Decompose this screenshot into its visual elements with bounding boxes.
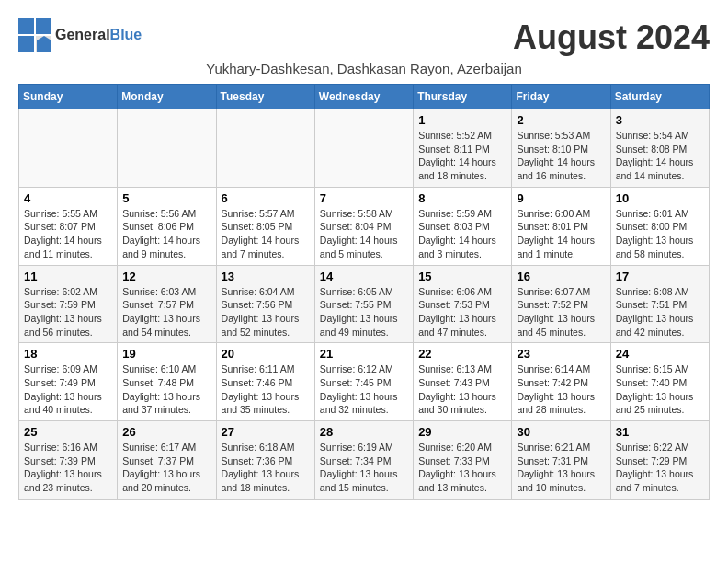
day-info: Sunrise: 6:17 AM Sunset: 7:37 PM Dayligh…: [122, 441, 210, 495]
day-number: 13: [222, 270, 310, 283]
day-number: 3: [616, 113, 704, 127]
day-number: 15: [418, 270, 506, 283]
day-info: Sunrise: 6:10 AM Sunset: 7:48 PM Dayligh…: [122, 362, 210, 417]
day-number: 28: [320, 425, 408, 439]
day-info: Sunrise: 5:54 AM Sunset: 8:08 PM Dayligh…: [616, 129, 704, 183]
day-number: 1: [418, 113, 506, 127]
day-info: Sunrise: 5:56 AM Sunset: 8:06 PM Dayligh…: [122, 207, 210, 261]
day-number: 27: [222, 425, 310, 439]
calendar-table: Sunday Monday Tuesday Wednesday Thursday…: [18, 84, 710, 500]
day-info: Sunrise: 6:06 AM Sunset: 7:53 PM Dayligh…: [418, 285, 506, 339]
day-info: Sunrise: 6:21 AM Sunset: 7:31 PM Dayligh…: [517, 441, 605, 495]
svg-rect-1: [36, 18, 51, 34]
day-info: Sunrise: 6:11 AM Sunset: 7:46 PM Dayligh…: [222, 362, 310, 417]
calendar-cell-3-0: 18Sunrise: 6:09 AM Sunset: 7:49 PM Dayli…: [19, 343, 118, 421]
calendar-cell-4-3: 28Sunrise: 6:19 AM Sunset: 7:34 PM Dayli…: [314, 421, 413, 500]
day-number: 12: [122, 270, 210, 283]
day-number: 24: [616, 347, 704, 361]
calendar-cell-0-6: 3Sunrise: 5:54 AM Sunset: 8:08 PM Daylig…: [610, 109, 709, 188]
calendar-cell-4-1: 26Sunrise: 6:17 AM Sunset: 7:37 PM Dayli…: [118, 421, 216, 500]
calendar-cell-0-0: [19, 109, 118, 188]
header-tuesday: Tuesday: [216, 85, 314, 109]
day-number: 18: [24, 347, 112, 361]
week-row-4: 18Sunrise: 6:09 AM Sunset: 7:49 PM Dayli…: [19, 343, 710, 421]
day-info: Sunrise: 5:59 AM Sunset: 8:03 PM Dayligh…: [418, 207, 506, 261]
calendar-cell-2-5: 16Sunrise: 6:07 AM Sunset: 7:52 PM Dayli…: [512, 265, 610, 343]
week-row-3: 11Sunrise: 6:02 AM Sunset: 7:59 PM Dayli…: [19, 265, 710, 343]
day-info: Sunrise: 6:08 AM Sunset: 7:51 PM Dayligh…: [616, 285, 704, 339]
day-number: 30: [517, 425, 605, 439]
header-thursday: Thursday: [414, 85, 512, 109]
calendar-cell-2-4: 15Sunrise: 6:06 AM Sunset: 7:53 PM Dayli…: [414, 265, 512, 343]
calendar-cell-4-0: 25Sunrise: 6:16 AM Sunset: 7:39 PM Dayli…: [19, 421, 118, 500]
logo-icon: [18, 18, 51, 52]
page-header: GeneralBlue August 2024: [18, 18, 710, 57]
calendar-cell-2-3: 14Sunrise: 6:05 AM Sunset: 7:55 PM Dayli…: [314, 265, 413, 343]
day-info: Sunrise: 5:55 AM Sunset: 8:07 PM Dayligh…: [24, 207, 112, 261]
day-number: 22: [418, 347, 506, 361]
day-number: 26: [122, 425, 210, 439]
location-subtitle: Yukhary-Dashkesan, Dashkasan Rayon, Azer…: [18, 61, 710, 76]
calendar-cell-1-3: 7Sunrise: 5:58 AM Sunset: 8:04 PM Daylig…: [314, 187, 413, 265]
day-number: 17: [616, 270, 704, 283]
calendar-cell-3-1: 19Sunrise: 6:10 AM Sunset: 7:48 PM Dayli…: [118, 343, 216, 421]
day-number: 5: [122, 191, 210, 205]
calendar-cell-2-0: 11Sunrise: 6:02 AM Sunset: 7:59 PM Dayli…: [19, 265, 118, 343]
svg-rect-0: [18, 18, 34, 34]
month-title: August 2024: [513, 18, 710, 57]
calendar-cell-4-4: 29Sunrise: 6:20 AM Sunset: 7:33 PM Dayli…: [414, 421, 512, 500]
calendar-cell-3-4: 22Sunrise: 6:13 AM Sunset: 7:43 PM Dayli…: [414, 343, 512, 421]
day-info: Sunrise: 6:07 AM Sunset: 7:52 PM Dayligh…: [517, 285, 605, 339]
header-monday: Monday: [118, 85, 216, 109]
day-info: Sunrise: 6:04 AM Sunset: 7:56 PM Dayligh…: [222, 285, 310, 339]
calendar-cell-0-3: [314, 109, 413, 188]
calendar-cell-1-1: 5Sunrise: 5:56 AM Sunset: 8:06 PM Daylig…: [118, 187, 216, 265]
day-info: Sunrise: 6:00 AM Sunset: 8:01 PM Dayligh…: [517, 207, 605, 261]
day-number: 20: [222, 347, 310, 361]
day-number: 31: [616, 425, 704, 439]
calendar-cell-4-5: 30Sunrise: 6:21 AM Sunset: 7:31 PM Dayli…: [512, 421, 610, 500]
day-number: 23: [517, 347, 605, 361]
day-info: Sunrise: 6:02 AM Sunset: 7:59 PM Dayligh…: [24, 285, 112, 339]
header-row: Sunday Monday Tuesday Wednesday Thursday…: [19, 85, 710, 109]
day-number: 25: [24, 425, 112, 439]
day-info: Sunrise: 6:15 AM Sunset: 7:40 PM Dayligh…: [616, 362, 704, 417]
calendar-cell-4-2: 27Sunrise: 6:18 AM Sunset: 7:36 PM Dayli…: [216, 421, 314, 500]
calendar-cell-3-3: 21Sunrise: 6:12 AM Sunset: 7:45 PM Dayli…: [314, 343, 413, 421]
calendar-cell-3-5: 23Sunrise: 6:14 AM Sunset: 7:42 PM Dayli…: [512, 343, 610, 421]
calendar-cell-0-4: 1Sunrise: 5:52 AM Sunset: 8:11 PM Daylig…: [414, 109, 512, 188]
day-info: Sunrise: 6:12 AM Sunset: 7:45 PM Dayligh…: [320, 362, 408, 417]
week-row-5: 25Sunrise: 6:16 AM Sunset: 7:39 PM Dayli…: [19, 421, 710, 500]
day-info: Sunrise: 5:53 AM Sunset: 8:10 PM Dayligh…: [517, 129, 605, 183]
calendar-cell-2-1: 12Sunrise: 6:03 AM Sunset: 7:57 PM Dayli…: [118, 265, 216, 343]
day-number: 4: [24, 191, 112, 205]
calendar-cell-0-2: [216, 109, 314, 188]
day-number: 8: [418, 191, 506, 205]
header-saturday: Saturday: [610, 85, 709, 109]
calendar-cell-1-6: 10Sunrise: 6:01 AM Sunset: 8:00 PM Dayli…: [610, 187, 709, 265]
day-info: Sunrise: 6:13 AM Sunset: 7:43 PM Dayligh…: [418, 362, 506, 417]
svg-rect-2: [18, 36, 34, 52]
day-info: Sunrise: 6:18 AM Sunset: 7:36 PM Dayligh…: [222, 441, 310, 495]
calendar-header: Sunday Monday Tuesday Wednesday Thursday…: [19, 85, 710, 109]
day-info: Sunrise: 5:58 AM Sunset: 8:04 PM Dayligh…: [320, 207, 408, 261]
day-number: 19: [122, 347, 210, 361]
calendar-cell-0-1: [118, 109, 216, 188]
calendar-cell-1-0: 4Sunrise: 5:55 AM Sunset: 8:07 PM Daylig…: [19, 187, 118, 265]
header-friday: Friday: [512, 85, 610, 109]
day-number: 7: [320, 191, 408, 205]
calendar-cell-0-5: 2Sunrise: 5:53 AM Sunset: 8:10 PM Daylig…: [512, 109, 610, 188]
calendar-cell-2-6: 17Sunrise: 6:08 AM Sunset: 7:51 PM Dayli…: [610, 265, 709, 343]
day-info: Sunrise: 6:01 AM Sunset: 8:00 PM Dayligh…: [616, 207, 704, 261]
day-number: 29: [418, 425, 506, 439]
day-info: Sunrise: 6:19 AM Sunset: 7:34 PM Dayligh…: [320, 441, 408, 495]
calendar-body: 1Sunrise: 5:52 AM Sunset: 8:11 PM Daylig…: [19, 109, 710, 500]
day-number: 9: [517, 191, 605, 205]
day-info: Sunrise: 6:03 AM Sunset: 7:57 PM Dayligh…: [122, 285, 210, 339]
header-sunday: Sunday: [19, 85, 118, 109]
day-info: Sunrise: 5:52 AM Sunset: 8:11 PM Dayligh…: [418, 129, 506, 183]
calendar-cell-2-2: 13Sunrise: 6:04 AM Sunset: 7:56 PM Dayli…: [216, 265, 314, 343]
week-row-1: 1Sunrise: 5:52 AM Sunset: 8:11 PM Daylig…: [19, 109, 710, 188]
day-number: 6: [222, 191, 310, 205]
calendar-cell-3-6: 24Sunrise: 6:15 AM Sunset: 7:40 PM Dayli…: [610, 343, 709, 421]
